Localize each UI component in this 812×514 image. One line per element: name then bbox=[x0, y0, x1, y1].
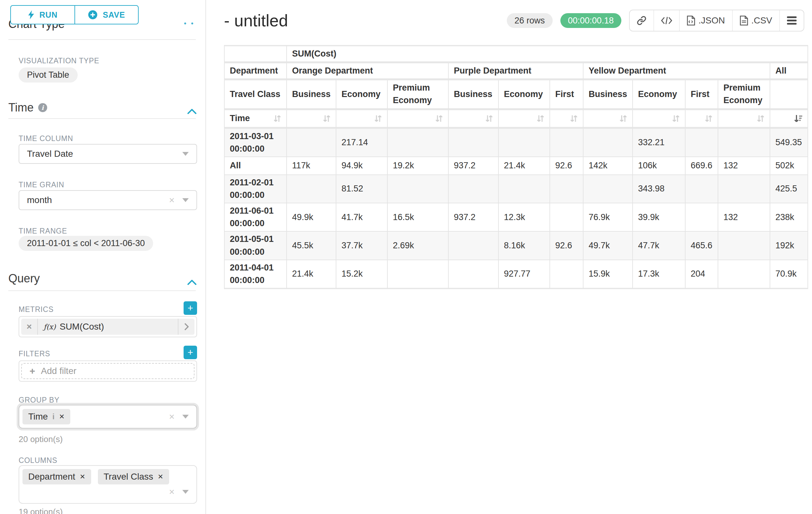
plus-circle-icon bbox=[88, 10, 97, 20]
pivot-sort-cell bbox=[388, 110, 449, 129]
pivot-cell: 17.3k bbox=[633, 260, 686, 289]
group-by-select[interactable]: Time i ✕ × bbox=[19, 405, 197, 429]
sort-icon[interactable] bbox=[485, 114, 493, 123]
pivot-row-label: 2011-06-01 00:00:00 bbox=[224, 204, 287, 232]
clear-icon[interactable]: × bbox=[169, 487, 175, 497]
table-row: 2011-03-01 00:00:00217.14332.21549.35 bbox=[224, 129, 808, 157]
query-timer-badge: 00:00:00.18 bbox=[560, 13, 622, 28]
pivot-cell bbox=[718, 175, 770, 204]
pivot-cell bbox=[388, 175, 449, 204]
export-button-group: .JSON .CSV bbox=[629, 10, 804, 31]
pivot-cell bbox=[718, 260, 770, 289]
pivot-cell bbox=[583, 129, 633, 157]
metric-pill[interactable]: × ƒ(x) SUM(Cost) bbox=[21, 319, 195, 335]
pivot-cell bbox=[686, 175, 718, 204]
time-range-value[interactable]: 2011-01-01 ≤ col < 2011-06-30 bbox=[19, 236, 153, 251]
add-filter-plus-button[interactable]: + bbox=[183, 346, 197, 359]
collapse-chevron-icon[interactable] bbox=[187, 105, 196, 117]
time-range-label: TIME RANGE bbox=[19, 227, 67, 236]
menu-button[interactable] bbox=[779, 10, 804, 31]
remove-metric-icon[interactable]: × bbox=[21, 319, 38, 335]
view-query-button[interactable] bbox=[654, 10, 679, 31]
csv-file-icon bbox=[740, 16, 748, 26]
pivot-cell: 238k bbox=[770, 204, 808, 232]
pivot-cell: 49.7k bbox=[583, 232, 633, 260]
sort-icon[interactable] bbox=[435, 114, 443, 123]
clear-icon[interactable]: × bbox=[169, 195, 175, 205]
chart-title[interactable]: - untitled bbox=[224, 11, 288, 30]
sort-icon[interactable] bbox=[619, 114, 627, 123]
pivot-cell: 70.9k bbox=[770, 260, 808, 289]
query-section-header[interactable]: Query bbox=[8, 272, 40, 285]
sort-icon[interactable] bbox=[323, 114, 330, 123]
pivot-cell: 937.2 bbox=[449, 204, 499, 232]
columns-tag[interactable]: Department ✕ bbox=[23, 469, 91, 484]
sort-icon[interactable] bbox=[374, 114, 382, 123]
pivot-cell: 465.6 bbox=[686, 232, 718, 260]
export-json-button[interactable]: .JSON bbox=[679, 10, 732, 31]
pivot-cell: 132 bbox=[718, 157, 770, 175]
pivot-cell: 16.5k bbox=[388, 204, 449, 232]
json-file-icon bbox=[687, 16, 695, 26]
pivot-sort-cell bbox=[287, 110, 336, 129]
pivot-cell: 12.3k bbox=[499, 204, 550, 232]
metric-name: SUM(Cost) bbox=[60, 322, 104, 332]
chevron-right-icon[interactable] bbox=[178, 319, 195, 335]
pivot-cell: 49.9k bbox=[287, 204, 336, 232]
pivot-cell bbox=[287, 175, 336, 204]
info-icon: i bbox=[52, 412, 55, 421]
sort-icon[interactable] bbox=[536, 114, 544, 123]
add-filter-button[interactable]: + Add filter bbox=[21, 363, 195, 379]
pivot-cell: 927.77 bbox=[499, 260, 550, 289]
collapse-chevron-icon[interactable] bbox=[187, 276, 196, 288]
share-link-button[interactable] bbox=[630, 10, 654, 31]
add-metric-button[interactable]: + bbox=[183, 301, 197, 315]
columns-tag[interactable]: Travel Class ✕ bbox=[98, 469, 169, 484]
export-csv-button[interactable]: .CSV bbox=[732, 10, 779, 31]
pivot-cell: 15.2k bbox=[336, 260, 388, 289]
pivot-cell: 45.5k bbox=[287, 232, 336, 260]
sort-desc-active-icon[interactable] bbox=[794, 114, 802, 123]
clear-icon[interactable]: × bbox=[169, 412, 175, 422]
sort-icon[interactable] bbox=[757, 114, 764, 123]
pivot-col-header: Economy bbox=[499, 80, 550, 110]
time-grain-select[interactable]: month × bbox=[19, 190, 197, 210]
run-button[interactable]: RUN bbox=[10, 5, 75, 24]
remove-tag-icon[interactable]: ✕ bbox=[80, 473, 85, 481]
pivot-cell bbox=[388, 129, 449, 157]
sort-icon[interactable] bbox=[672, 114, 680, 123]
pivot-metric-header: SUM(Cost) bbox=[287, 45, 808, 63]
pivot-sort-cell bbox=[550, 110, 583, 129]
sort-icon[interactable] bbox=[273, 114, 281, 123]
sort-icon[interactable] bbox=[570, 114, 578, 123]
pivot-cell: 132 bbox=[718, 204, 770, 232]
columns-select[interactable]: Department ✕ Travel Class ✕ × bbox=[19, 465, 197, 504]
remove-tag-icon[interactable]: ✕ bbox=[59, 413, 65, 421]
pivot-sort-cell bbox=[449, 110, 499, 129]
pivot-sort-cell bbox=[336, 110, 388, 129]
group-by-tag[interactable]: Time i ✕ bbox=[23, 409, 70, 424]
pivot-cell: 502k bbox=[770, 157, 808, 175]
time-column-select[interactable]: Travel Date bbox=[19, 144, 197, 164]
group-by-label: GROUP BY bbox=[19, 396, 59, 404]
pivot-cell: 47.7k bbox=[633, 232, 686, 260]
metric-control: × ƒ(x) SUM(Cost) bbox=[19, 316, 197, 337]
chart-header-actions: 26 rows 00:00:00.18 .JSON .CSV bbox=[507, 10, 804, 31]
chart-area: - untitled 26 rows 00:00:00.18 .JSON .CS… bbox=[206, 0, 812, 514]
table-row: 2011-05-01 00:00:0045.5k37.7k2.69k8.16k9… bbox=[224, 232, 808, 260]
pivot-col-header: First bbox=[686, 80, 718, 110]
row-count-badge: 26 rows bbox=[507, 13, 553, 28]
pivot-col-header: Economy bbox=[633, 80, 686, 110]
save-button[interactable]: SAVE bbox=[75, 5, 139, 24]
pivot-row-label: All bbox=[224, 157, 287, 175]
remove-tag-icon[interactable]: ✕ bbox=[157, 473, 163, 481]
sort-icon[interactable] bbox=[705, 114, 713, 123]
function-icon: ƒ(x) bbox=[44, 323, 56, 331]
lightning-icon bbox=[28, 10, 34, 19]
visualization-type-value[interactable]: Pivot Table bbox=[19, 67, 78, 83]
pivot-cell: 92.6 bbox=[550, 157, 583, 175]
pivot-cell bbox=[686, 204, 718, 232]
time-section-header[interactable]: Time i bbox=[8, 101, 47, 114]
pivot-cell bbox=[449, 232, 499, 260]
chevron-down-icon bbox=[182, 152, 189, 156]
